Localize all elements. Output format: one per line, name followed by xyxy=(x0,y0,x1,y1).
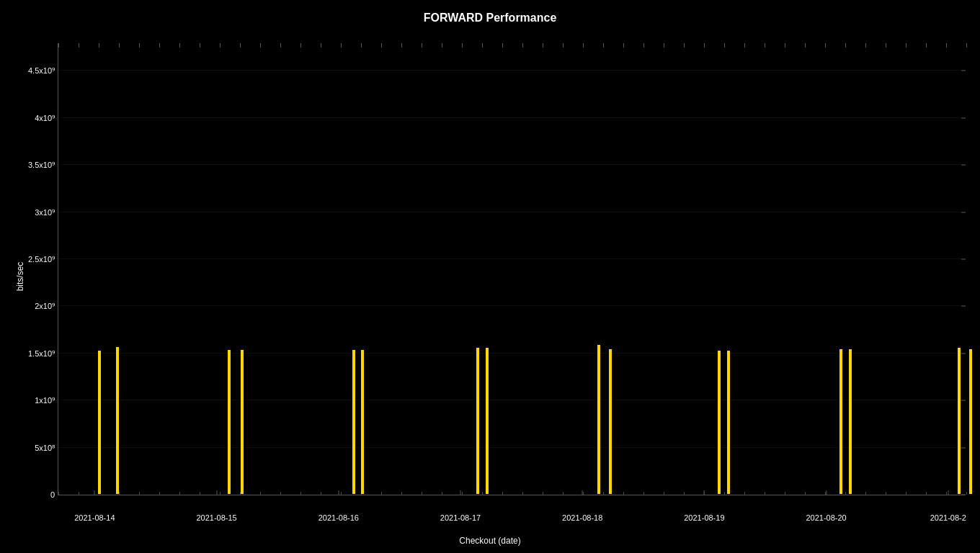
bottom-tick-minor xyxy=(321,492,321,495)
bottom-tick-minor xyxy=(966,492,967,495)
y-grid-line xyxy=(58,447,966,448)
bottom-tick-minor xyxy=(401,492,402,495)
top-tick xyxy=(583,43,584,48)
bottom-tick-minor xyxy=(583,492,584,495)
data-bar xyxy=(361,350,364,494)
top-tick xyxy=(341,43,342,48)
bottom-tick-minor xyxy=(522,492,523,495)
top-tick xyxy=(179,43,180,48)
data-bar xyxy=(116,347,119,494)
bottom-tick-minor xyxy=(300,492,301,495)
top-tick xyxy=(522,43,523,48)
y-tick-label: 5x10⁸ xyxy=(35,443,55,452)
top-tick xyxy=(906,43,906,48)
top-tick xyxy=(58,43,59,48)
top-tick xyxy=(724,43,725,48)
bottom-tick-minor xyxy=(482,492,483,495)
bottom-tick-minor xyxy=(865,492,866,495)
data-bar xyxy=(486,348,489,494)
top-tick xyxy=(543,43,543,48)
top-tick xyxy=(321,43,321,48)
top-tick xyxy=(966,43,967,48)
top-tick xyxy=(603,43,604,48)
x-axis-label: Checkout (date) xyxy=(459,536,520,546)
data-bar xyxy=(727,351,730,494)
bottom-tick-minor xyxy=(179,492,180,495)
data-bar xyxy=(597,345,600,494)
bottom-tick-minor xyxy=(159,492,160,495)
bottom-tick-minor xyxy=(139,492,140,495)
right-dash xyxy=(961,165,966,166)
bottom-tick-minor xyxy=(684,492,685,495)
x-tick-mark xyxy=(460,490,461,495)
top-tick xyxy=(361,43,362,48)
bottom-tick-minor xyxy=(744,492,745,495)
data-bar xyxy=(228,350,231,494)
data-bar xyxy=(352,350,355,494)
y-grid-line xyxy=(58,70,966,71)
top-tick xyxy=(139,43,140,48)
bottom-tick-minor xyxy=(765,492,765,495)
data-bar xyxy=(241,350,244,494)
data-bar xyxy=(476,348,479,494)
top-tick xyxy=(865,43,866,48)
y-grid-line xyxy=(58,305,966,306)
right-dash xyxy=(961,71,966,71)
bottom-tick-minor xyxy=(785,492,785,495)
chart-container: FORWARD Performance bits/sec 05x10⁸1x10⁹… xyxy=(0,0,980,553)
y-grid-line xyxy=(58,258,966,259)
data-bar xyxy=(98,351,101,494)
bottom-tick-minor xyxy=(119,492,120,495)
top-tick xyxy=(240,43,241,48)
bottom-tick-minor xyxy=(643,492,644,495)
bottom-tick-minor xyxy=(381,492,382,495)
top-tick xyxy=(99,43,99,48)
bottom-tick-minor xyxy=(906,492,906,495)
bottom-tick-minor xyxy=(58,492,59,495)
right-dash xyxy=(961,212,966,212)
x-tick-mark xyxy=(216,490,217,495)
bottom-tick-minor xyxy=(603,492,604,495)
data-bar xyxy=(718,351,721,494)
right-dash xyxy=(961,447,966,448)
y-grid-line xyxy=(58,400,966,400)
y-tick-label: 4.5x10⁹ xyxy=(28,66,55,76)
top-tick xyxy=(79,43,79,48)
top-tick xyxy=(260,43,261,48)
data-bar xyxy=(609,349,612,494)
bottom-tick-minor xyxy=(543,492,543,495)
x-tick-label: 2021-08-14 xyxy=(74,513,115,522)
y-grid-line xyxy=(58,164,966,165)
x-tick-label: 2021-08-18 xyxy=(562,513,602,522)
top-tick xyxy=(442,43,442,48)
top-tick xyxy=(704,43,705,48)
bottom-tick-minor xyxy=(805,492,806,495)
y-grid-line xyxy=(58,353,966,354)
bottom-tick-minor xyxy=(260,492,261,495)
x-tick-label: 2021-08-19 xyxy=(684,513,724,522)
bottom-tick-minor xyxy=(845,492,846,495)
bottom-tick-minor xyxy=(704,492,705,495)
top-tick xyxy=(785,43,785,48)
top-tick xyxy=(664,43,664,48)
top-tick xyxy=(926,43,927,48)
right-dash xyxy=(961,306,966,307)
top-tick xyxy=(462,43,463,48)
top-tick xyxy=(623,43,624,48)
data-bar xyxy=(839,349,842,494)
top-tick xyxy=(563,43,564,48)
y-tick-label: 2.5x10⁹ xyxy=(28,254,55,264)
data-bar xyxy=(958,348,961,494)
top-tick xyxy=(684,43,685,48)
plot-area: 05x10⁸1x10⁹1.5x10⁹2x10⁹2.5x10⁹3x10⁹3.5x1… xyxy=(58,43,966,495)
bottom-tick-minor xyxy=(220,492,220,495)
y-tick-label: 3.5x10⁹ xyxy=(28,161,55,170)
bottom-tick-minor xyxy=(664,492,664,495)
top-tick xyxy=(502,43,503,48)
top-tick xyxy=(422,43,422,48)
top-tick xyxy=(401,43,402,48)
top-tick xyxy=(805,43,806,48)
bottom-tick-minor xyxy=(825,492,826,495)
y-grid-line xyxy=(58,117,966,118)
top-tick xyxy=(300,43,301,48)
